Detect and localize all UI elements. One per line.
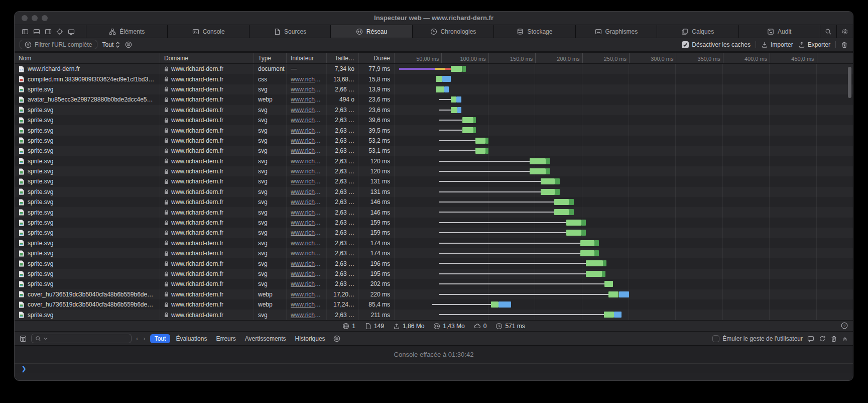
- tab-reseau[interactable]: Réseau: [330, 25, 412, 38]
- request-initiator-link[interactable]: www.richard-d…: [291, 250, 322, 257]
- network-request-row[interactable]: sprite.svgwww.richard-dern.frsvgwww.rich…: [15, 115, 853, 125]
- console-search-field[interactable]: [31, 334, 132, 343]
- tab-elements[interactable]: Éléments: [86, 25, 167, 38]
- request-waterfall[interactable]: [395, 176, 853, 186]
- network-request-row[interactable]: sprite.svgwww.richard-dern.frsvgwww.rich…: [15, 156, 853, 166]
- request-waterfall[interactable]: [395, 166, 853, 176]
- request-waterfall[interactable]: [395, 310, 853, 320]
- request-waterfall[interactable]: [395, 156, 853, 166]
- request-waterfall[interactable]: [395, 228, 853, 238]
- request-waterfall[interactable]: [395, 105, 853, 115]
- console-scope-historiques[interactable]: Historiques: [292, 334, 329, 343]
- network-request-row[interactable]: sprite.svgwww.richard-dern.frsvgwww.rich…: [15, 238, 853, 248]
- request-waterfall[interactable]: [395, 187, 853, 197]
- column-header-type[interactable]: Type: [254, 53, 287, 63]
- console-more-filters-icon[interactable]: [333, 335, 340, 342]
- console-filter-funnel-icon[interactable]: [20, 335, 27, 342]
- request-waterfall[interactable]: [395, 218, 853, 228]
- network-request-row[interactable]: avatar_hu85ecc3e298728880b0bde2dcc4e5c23…: [15, 94, 853, 105]
- tab-console[interactable]: Console: [167, 25, 249, 38]
- request-waterfall[interactable]: [395, 279, 853, 289]
- request-initiator-link[interactable]: www.richard-d…: [291, 76, 322, 83]
- collapse-console-icon[interactable]: [842, 336, 848, 342]
- request-waterfall[interactable]: [395, 258, 853, 268]
- request-waterfall[interactable]: [395, 269, 853, 279]
- console-scope-erreurs[interactable]: Erreurs: [212, 334, 239, 343]
- request-waterfall[interactable]: [395, 94, 853, 105]
- tab-graphismes[interactable]: Graphismes: [575, 25, 657, 38]
- network-request-row[interactable]: sprite.svgwww.richard-dern.frsvgwww.rich…: [15, 258, 853, 268]
- network-request-row[interactable]: sprite.svgwww.richard-dern.frsvgwww.rich…: [15, 279, 853, 289]
- help-icon[interactable]: ?: [841, 322, 848, 329]
- console-evaluate-icon[interactable]: [807, 335, 814, 342]
- column-header-initiateur[interactable]: Initiateur: [287, 53, 327, 63]
- network-request-row[interactable]: cover_hu736519dc3b5040cfa48b6b559b6de6ec…: [15, 289, 853, 299]
- tab-sources[interactable]: Sources: [249, 25, 330, 38]
- network-request-row[interactable]: www.richard-dern.frwww.richard-dern.frdo…: [15, 64, 853, 74]
- console-scope-avertissements[interactable]: Avertissements: [241, 334, 290, 343]
- request-initiator-link[interactable]: www.richard-d…: [291, 178, 322, 185]
- settings-button[interactable]: [836, 25, 853, 38]
- network-request-row[interactable]: compiled.min.38390909f303624ed9e1cf1bd3f…: [15, 74, 853, 84]
- request-waterfall[interactable]: [395, 197, 853, 207]
- request-initiator-link[interactable]: www.richard-d…: [291, 260, 322, 267]
- request-initiator-link[interactable]: www.richard-d…: [291, 301, 322, 308]
- request-waterfall[interactable]: [395, 248, 853, 258]
- network-request-row[interactable]: sprite.svgwww.richard-dern.frsvgwww.rich…: [15, 105, 853, 115]
- request-waterfall[interactable]: [395, 207, 853, 217]
- request-initiator-link[interactable]: www.richard-d…: [291, 229, 322, 236]
- request-initiator-link[interactable]: www.richard-d…: [291, 107, 322, 114]
- resource-type-select[interactable]: Tout: [102, 41, 120, 48]
- network-request-row[interactable]: sprite.svgwww.richard-dern.frsvgwww.rich…: [15, 84, 853, 94]
- network-request-row[interactable]: sprite.svgwww.richard-dern.frsvgwww.rich…: [15, 197, 853, 207]
- request-initiator-link[interactable]: www.richard-d…: [291, 280, 322, 287]
- column-header-domaine[interactable]: Domaine: [160, 53, 254, 63]
- network-request-row[interactable]: sprite.svgwww.richard-dern.frsvgwww.rich…: [15, 125, 853, 135]
- tab-stockage[interactable]: Stockage: [493, 25, 575, 38]
- export-har-button[interactable]: Exporter: [798, 41, 830, 48]
- request-waterfall[interactable]: [395, 64, 853, 74]
- request-initiator-link[interactable]: www.richard-d…: [291, 168, 322, 175]
- request-initiator-link[interactable]: www.richard-d…: [291, 127, 322, 134]
- request-waterfall[interactable]: [395, 289, 853, 299]
- request-initiator-link[interactable]: www.richard-d…: [291, 158, 322, 165]
- column-header-taille[interactable]: Taille…: [327, 53, 359, 63]
- request-initiator-link[interactable]: www.richard-d…: [291, 291, 322, 298]
- request-initiator-link[interactable]: www.richard-d…: [291, 137, 322, 144]
- device-icon[interactable]: [68, 28, 75, 35]
- tab-audit[interactable]: Audit: [738, 25, 820, 38]
- network-request-row[interactable]: sprite.svgwww.richard-dern.frsvgwww.rich…: [15, 166, 853, 176]
- network-request-row[interactable]: sprite.svgwww.richard-dern.frsvgwww.rich…: [15, 176, 853, 186]
- target-icon[interactable]: [56, 28, 63, 35]
- network-request-row[interactable]: cover_hu736519dc3b5040cfa48b6b559b6de6ec…: [15, 299, 853, 310]
- request-waterfall[interactable]: [395, 299, 853, 310]
- request-waterfall[interactable]: [395, 84, 853, 94]
- request-waterfall[interactable]: [395, 136, 853, 146]
- clear-console-trash-icon[interactable]: [830, 335, 837, 342]
- column-header-nom[interactable]: Nom: [15, 53, 160, 63]
- column-header-duree[interactable]: Durée: [359, 53, 395, 63]
- console-scope-evaluations[interactable]: Évaluations: [172, 334, 210, 343]
- request-initiator-link[interactable]: www.richard-d…: [291, 86, 322, 93]
- request-waterfall[interactable]: [395, 146, 853, 156]
- network-request-row[interactable]: sprite.svgwww.richard-dern.frsvgwww.rich…: [15, 187, 853, 197]
- request-waterfall[interactable]: [395, 238, 853, 248]
- request-initiator-link[interactable]: www.richard-d…: [291, 198, 322, 206]
- request-waterfall[interactable]: [395, 125, 853, 135]
- reload-icon[interactable]: [819, 335, 826, 342]
- request-initiator-link[interactable]: www.richard-d…: [291, 219, 322, 226]
- request-initiator-link[interactable]: www.richard-d…: [291, 270, 322, 277]
- clear-network-items-trash-icon[interactable]: [841, 41, 848, 48]
- request-initiator-link[interactable]: www.richard-d…: [291, 96, 322, 103]
- network-request-row[interactable]: sprite.svgwww.richard-dern.frsvgwww.rich…: [15, 136, 853, 146]
- request-initiator-link[interactable]: www.richard-d…: [291, 312, 322, 319]
- request-initiator-link[interactable]: www.richard-d…: [291, 147, 322, 154]
- request-initiator-link[interactable]: www.richard-d…: [291, 117, 322, 124]
- request-initiator-link[interactable]: www.richard-d…: [291, 209, 322, 216]
- emulate-user-gesture-checkbox[interactable]: Émuler le geste de l'utilisateur: [712, 335, 803, 342]
- panel-bottom-icon[interactable]: [33, 28, 40, 35]
- network-request-row[interactable]: sprite.svgwww.richard-dern.frsvgwww.rich…: [15, 248, 853, 258]
- next-result-button[interactable]: ›: [143, 335, 145, 342]
- search-tab-button[interactable]: [820, 25, 836, 38]
- network-request-row[interactable]: sprite.svgwww.richard-dern.frsvgwww.rich…: [15, 228, 853, 238]
